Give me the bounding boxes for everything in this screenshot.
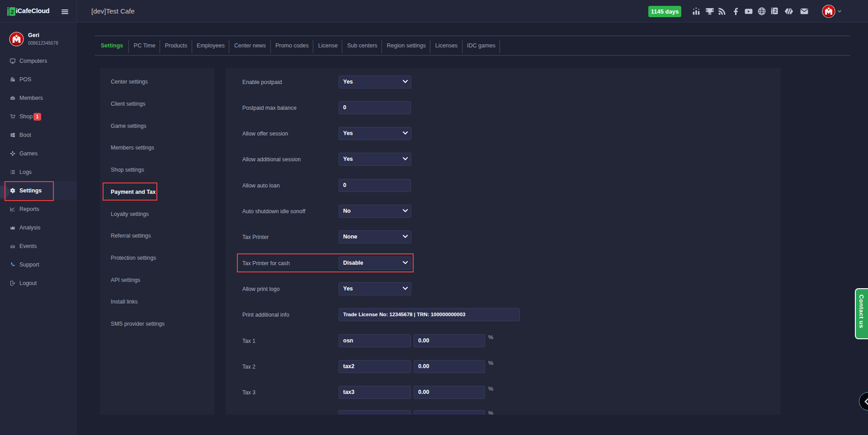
svg-text:2: 2 xyxy=(11,9,14,15)
svg-text:2: 2 xyxy=(774,8,777,14)
